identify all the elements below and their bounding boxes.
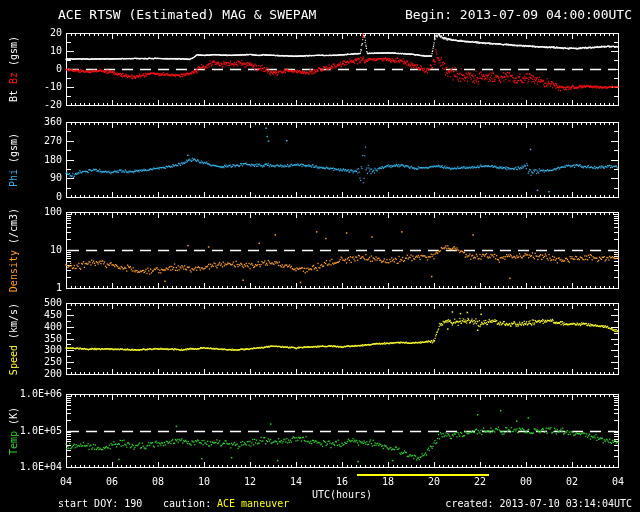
x-tick-label: 06 [101,477,123,487]
y-axis-label-text: (K) [8,406,19,430]
y-axis-label-temp: Temp (K) [0,394,28,467]
footer-created-timestamp: created: 2013-07-10 03:14:04UTC [445,498,632,509]
x-tick-label: 04 [607,477,629,487]
x-tick-label: 22 [469,477,491,487]
y-axis-label-text: (/cm3) [8,208,19,250]
footer-caution-value: ACE maneuver [217,498,289,509]
x-tick-label: 10 [193,477,215,487]
y-axis-label-text: (gsm) [8,132,19,168]
begin-timestamp: Begin: 2013-07-09 04:00:00UTC [405,8,632,22]
x-tick-label: 12 [239,477,261,487]
footer-start-doy: start DOY: 190 [58,498,142,509]
x-axis-title: UTC(hours) [282,489,402,500]
y-axis-label-text: Speed [8,345,19,375]
chart-canvas [0,0,640,512]
y-axis-label-density: Density (/cm3) [0,212,28,288]
x-tick-label: 00 [515,477,537,487]
y-axis-label-text: Phi [8,169,19,187]
x-tick-label: 08 [147,477,169,487]
plot-title: ACE RTSW (Estimated) MAG & SWEPAM [58,8,316,22]
y-axis-label-speed: Speed (km/s) [0,303,28,374]
x-tick-label: 04 [55,477,77,487]
x-tick-label: 14 [285,477,307,487]
y-axis-label-text: (km/s) [8,302,19,344]
y-axis-label-phi: Phi (gsm) [0,122,28,197]
x-tick-label: 18 [377,477,399,487]
footer-caution-label: caution: [163,498,211,509]
y-axis-label-text: Bt [8,84,19,102]
y-axis-label-text: Bz [8,72,19,84]
ace-rtsw-plot: ACE RTSW (Estimated) MAG & SWEPAM Begin:… [0,0,640,512]
x-tick-label: 02 [561,477,583,487]
y-axis-label-bt_bz: Bt Bz (gsm) [0,33,28,105]
y-axis-label-text: (gsm) [8,36,19,72]
y-axis-label-text: Temp [8,431,19,455]
y-axis-label-text: Density [8,250,19,292]
x-tick-label: 20 [423,477,445,487]
x-tick-label: 16 [331,477,353,487]
